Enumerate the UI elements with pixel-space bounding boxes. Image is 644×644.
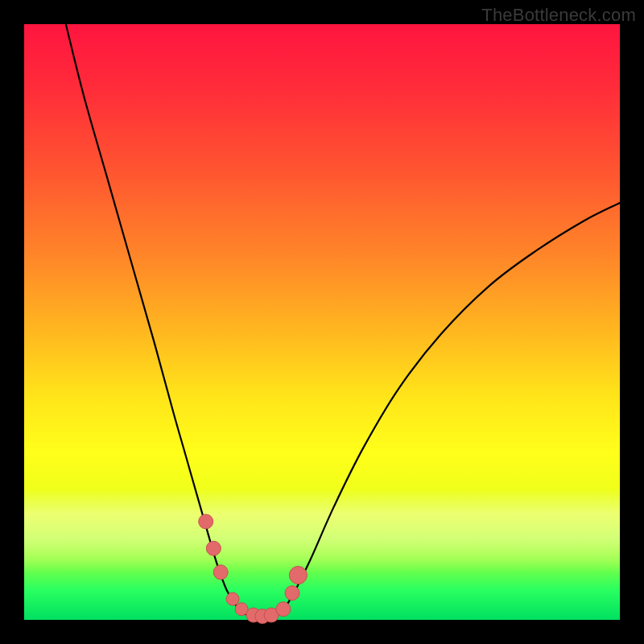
- data-marker: [199, 514, 213, 529]
- data-marker: [289, 567, 307, 584]
- marker-group: [199, 514, 308, 624]
- plot-area: [24, 24, 620, 620]
- curve-right-branch: [280, 203, 620, 614]
- chart-frame: TheBottleneck.com: [0, 0, 644, 644]
- data-marker: [206, 541, 221, 555]
- data-marker: [226, 592, 239, 605]
- watermark-text: TheBottleneck.com: [481, 5, 636, 26]
- data-marker: [213, 565, 228, 580]
- curve-layer: [24, 24, 620, 620]
- curve-left-branch: [66, 24, 245, 614]
- data-marker: [276, 602, 291, 617]
- data-marker: [285, 586, 299, 601]
